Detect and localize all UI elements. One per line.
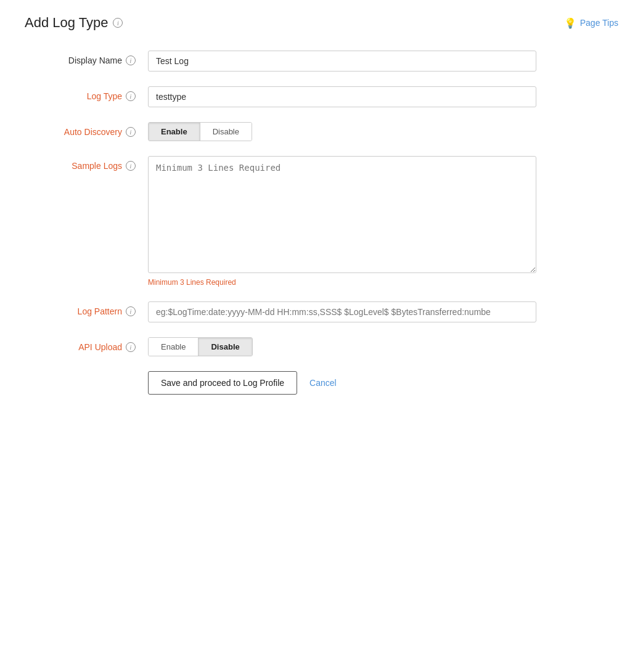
- sample-logs-textarea[interactable]: [148, 156, 536, 273]
- save-proceed-button[interactable]: Save and proceed to Log Profile: [148, 371, 297, 395]
- log-type-info-icon[interactable]: i: [126, 91, 136, 101]
- display-name-input[interactable]: [148, 51, 536, 72]
- api-upload-label: API Upload i: [25, 337, 148, 352]
- api-upload-disable-btn[interactable]: Disable: [199, 338, 252, 356]
- page-title: Add Log Type i: [25, 15, 123, 31]
- sample-logs-row: Sample Logs i Minimum 3 Lines Required: [25, 156, 580, 287]
- log-type-field: [148, 86, 580, 107]
- title-text: Add Log Type: [25, 15, 108, 31]
- auto-discovery-toggle-group: Enable Disable: [148, 122, 252, 141]
- log-type-input[interactable]: [148, 86, 536, 107]
- display-name-info-icon[interactable]: i: [126, 55, 136, 65]
- log-pattern-input[interactable]: [148, 301, 536, 322]
- page-tips-label: Page Tips: [580, 18, 618, 28]
- sample-logs-info-icon[interactable]: i: [126, 161, 136, 171]
- log-pattern-info-icon[interactable]: i: [126, 306, 136, 316]
- auto-discovery-field: Enable Disable: [148, 122, 580, 141]
- log-pattern-row: Log Pattern i: [25, 301, 580, 322]
- display-name-label: Display Name i: [25, 51, 148, 65]
- log-type-row: Log Type i: [25, 86, 580, 107]
- display-name-field: [148, 51, 580, 72]
- api-upload-toggle-group: Enable Disable: [148, 337, 253, 356]
- page-header: Add Log Type i 💡 Page Tips: [25, 15, 618, 31]
- title-info-icon[interactable]: i: [113, 18, 123, 28]
- sample-logs-field: Minimum 3 Lines Required: [148, 156, 580, 287]
- form-container: Display Name i Log Type i Auto Discovery…: [25, 51, 580, 395]
- page-tips-link[interactable]: 💡 Page Tips: [564, 17, 618, 29]
- log-pattern-label: Log Pattern i: [25, 301, 148, 316]
- auto-discovery-enable-btn[interactable]: Enable: [149, 123, 200, 141]
- api-upload-field: Enable Disable: [148, 337, 580, 356]
- cancel-button[interactable]: Cancel: [309, 378, 337, 388]
- auto-discovery-row: Auto Discovery i Enable Disable: [25, 122, 580, 141]
- action-row: Save and proceed to Log Profile Cancel: [25, 371, 580, 395]
- api-upload-info-icon[interactable]: i: [126, 342, 136, 352]
- log-pattern-field: [148, 301, 580, 322]
- api-upload-row: API Upload i Enable Disable: [25, 337, 580, 356]
- display-name-row: Display Name i: [25, 51, 580, 72]
- auto-discovery-info-icon[interactable]: i: [126, 127, 136, 137]
- log-type-label: Log Type i: [25, 86, 148, 101]
- sample-logs-label: Sample Logs i: [25, 156, 148, 171]
- auto-discovery-disable-btn[interactable]: Disable: [200, 123, 252, 141]
- sample-logs-error: Minimum 3 Lines Required: [148, 278, 580, 287]
- bulb-icon: 💡: [564, 17, 576, 29]
- api-upload-enable-btn[interactable]: Enable: [149, 338, 199, 356]
- auto-discovery-label: Auto Discovery i: [25, 122, 148, 137]
